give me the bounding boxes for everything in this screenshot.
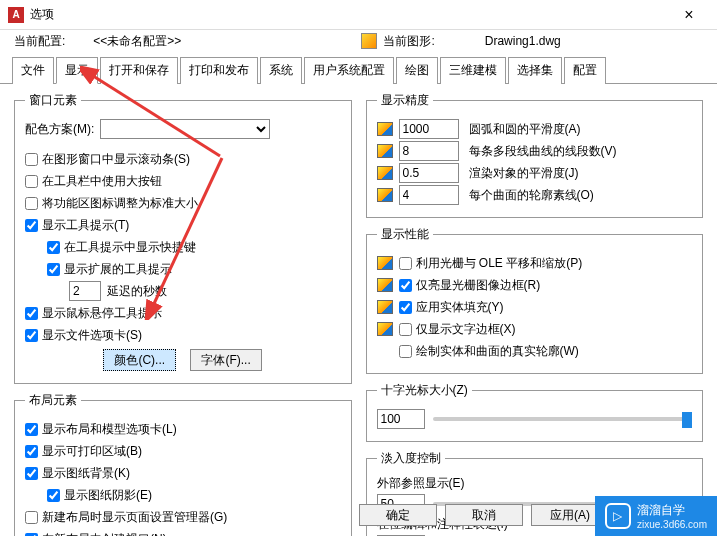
display-res-legend: 显示精度 [377, 92, 433, 109]
fade-legend: 淡入度控制 [377, 450, 445, 467]
tab-4[interactable]: 系统 [260, 57, 302, 84]
colors-button[interactable]: 颜色(C)... [103, 349, 176, 371]
tab-5[interactable]: 用户系统配置 [304, 57, 394, 84]
large-buttons-checkbox[interactable] [25, 175, 38, 188]
page-setup-label: 新建布局时显示页面设置管理器(G) [42, 509, 227, 526]
tab-7[interactable]: 三维建模 [440, 57, 506, 84]
ole-pan-label: 利用光栅与 OLE 平移和缩放(P) [416, 255, 583, 272]
drawing-override-icon [377, 122, 393, 136]
dispres-input-2[interactable] [399, 163, 459, 183]
scrollbars-label: 在图形窗口中显示滚动条(S) [42, 151, 190, 168]
text-frame-label: 仅显示文字边框(X) [416, 321, 516, 338]
paper-bg-checkbox[interactable] [25, 467, 38, 480]
true-sil-checkbox[interactable] [399, 345, 412, 358]
delay-label: 延迟的秒数 [107, 283, 167, 300]
raster-frame-checkbox[interactable] [399, 279, 412, 292]
paper-bg-label: 显示图纸背景(K) [42, 465, 130, 482]
viewport-label: 在新布局中创建视口(N) [42, 531, 167, 537]
watermark-brand: 溜溜自学 [637, 502, 707, 519]
ext-tooltips-checkbox[interactable] [47, 263, 60, 276]
layout-tabs-checkbox[interactable] [25, 423, 38, 436]
app-icon: A [8, 7, 24, 23]
current-drawing-label: 当前图形: [383, 33, 434, 50]
tab-0[interactable]: 文件 [12, 57, 54, 84]
drawing-override-icon [377, 144, 393, 158]
ext-tooltips-label: 显示扩展的工具提示 [64, 261, 172, 278]
crosshair-legend: 十字光标大小(Z) [377, 382, 472, 399]
color-scheme-label: 配色方案(M): [25, 121, 94, 138]
file-tabs-label: 显示文件选项卡(S) [42, 327, 142, 344]
dispres-label-3: 每个曲面的轮廓素线(O) [469, 187, 594, 204]
tab-6[interactable]: 绘图 [396, 57, 438, 84]
viewport-checkbox[interactable] [25, 533, 38, 537]
watermark: ▷ 溜溜自学 zixue.3d66.com [595, 496, 717, 536]
drawing-override-icon [377, 256, 393, 270]
paper-shadow-label: 显示图纸阴影(E) [64, 487, 152, 504]
tooltips-label: 显示工具提示(T) [42, 217, 129, 234]
color-scheme-select[interactable] [100, 119, 270, 139]
current-drawing-value: Drawing1.dwg [485, 34, 561, 48]
dispres-input-1[interactable] [399, 141, 459, 161]
tab-9[interactable]: 配置 [564, 57, 606, 84]
ribbon-std-label: 将功能区图标调整为标准大小 [42, 195, 198, 212]
tooltips-shortcut-label: 在工具提示中显示快捷键 [64, 239, 196, 256]
tab-8[interactable]: 选择集 [508, 57, 562, 84]
rollover-label: 显示鼠标悬停工具提示 [42, 305, 162, 322]
raster-frame-label: 仅亮显光栅图像边框(R) [416, 277, 541, 294]
tab-2[interactable]: 打开和保存 [100, 57, 178, 84]
xref-fade-label: 外部参照显示(E) [377, 475, 693, 492]
drawing-override-icon [377, 166, 393, 180]
dispres-input-0[interactable] [399, 119, 459, 139]
drawing-icon [361, 33, 377, 49]
tab-3[interactable]: 打印和发布 [180, 57, 258, 84]
tooltips-shortcut-checkbox[interactable] [47, 241, 60, 254]
tab-1[interactable]: 显示 [56, 57, 98, 84]
dispres-label-2: 渲染对象的平滑度(J) [469, 165, 579, 182]
file-tabs-checkbox[interactable] [25, 329, 38, 342]
cancel-button[interactable]: 取消 [445, 504, 523, 526]
crosshair-slider[interactable] [433, 417, 693, 421]
play-icon: ▷ [605, 503, 631, 529]
print-area-checkbox[interactable] [25, 445, 38, 458]
solid-fill-checkbox[interactable] [399, 301, 412, 314]
window-elements-legend: 窗口元素 [25, 92, 81, 109]
dispres-label-1: 每条多段线曲线的线段数(V) [469, 143, 617, 160]
true-sil-label: 绘制实体和曲面的真实轮廓(W) [416, 343, 579, 360]
current-profile-label: 当前配置: [14, 33, 65, 50]
display-perf-legend: 显示性能 [377, 226, 433, 243]
scrollbars-checkbox[interactable] [25, 153, 38, 166]
layout-elements-legend: 布局元素 [25, 392, 81, 409]
drawing-override-icon [377, 188, 393, 202]
dispres-input-3[interactable] [399, 185, 459, 205]
crosshair-input[interactable] [377, 409, 425, 429]
solid-fill-label: 应用实体填充(Y) [416, 299, 504, 316]
watermark-url: zixue.3d66.com [637, 519, 707, 530]
tooltips-checkbox[interactable] [25, 219, 38, 232]
fonts-button[interactable]: 字体(F)... [190, 349, 262, 371]
close-button[interactable]: × [669, 6, 709, 24]
current-profile-value: <<未命名配置>> [93, 33, 181, 50]
ribbon-std-checkbox[interactable] [25, 197, 38, 210]
large-buttons-label: 在工具栏中使用大按钮 [42, 173, 162, 190]
ok-button[interactable]: 确定 [359, 504, 437, 526]
text-frame-checkbox[interactable] [399, 323, 412, 336]
print-area-label: 显示可打印区域(B) [42, 443, 142, 460]
dispres-label-0: 圆弧和圆的平滑度(A) [469, 121, 581, 138]
paper-shadow-checkbox[interactable] [47, 489, 60, 502]
ole-pan-checkbox[interactable] [399, 257, 412, 270]
page-setup-checkbox[interactable] [25, 511, 38, 524]
drawing-override-icon [377, 278, 393, 292]
drawing-override-icon [377, 322, 393, 336]
drawing-override-icon [377, 300, 393, 314]
rollover-checkbox[interactable] [25, 307, 38, 320]
layout-tabs-label: 显示布局和模型选项卡(L) [42, 421, 177, 438]
delay-input[interactable] [69, 281, 101, 301]
window-title: 选项 [30, 6, 669, 23]
